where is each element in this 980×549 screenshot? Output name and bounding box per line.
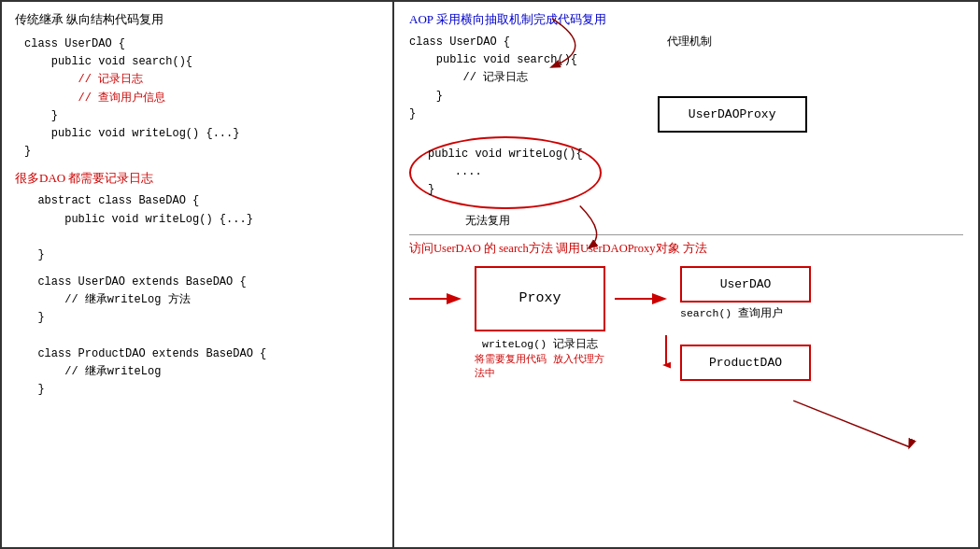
arrow-down-svg	[661, 335, 671, 373]
code-block-2: abstract class BaseDAO { public void wri…	[15, 192, 379, 264]
code-line: }	[24, 309, 379, 327]
code-line: // 继承writeLog 方法	[24, 291, 379, 309]
code-line: public void search(){	[24, 53, 379, 71]
code-line: }	[24, 107, 379, 125]
userdaoproxy-box: UserDAOProxy	[658, 96, 807, 133]
code-line: public void writeLog() {...}	[24, 211, 379, 229]
right-panel: AOP 采用横向抽取机制完成代码复用 class UserDAO { publi…	[394, 2, 978, 547]
code-block-3: class UserDAO extends BaseDAO { // 继承wri…	[15, 274, 379, 399]
code-line: abstract class BaseDAO {	[24, 192, 379, 210]
code-block-1: class UserDAO { public void search(){ //…	[15, 35, 379, 161]
main-container: 传统继承 纵向结构代码复用 class UserDAO { public voi…	[2, 2, 978, 547]
arrow-left-svg	[409, 285, 465, 313]
put-label: 将需要复用代码 放入代理方 法中	[475, 353, 605, 382]
code-line: class UserDAO {	[24, 35, 379, 53]
code-line: }	[24, 143, 379, 161]
no-reuse-label: 无法复用	[465, 213, 602, 229]
code-line: class UserDAO extends BaseDAO {	[24, 274, 379, 291]
ellipse-box: public void writeLog(){ .... }	[409, 136, 602, 209]
code-comment-2: // 查询用户信息	[24, 90, 379, 107]
code-spacer	[24, 328, 379, 345]
userdao-box: UserDAO	[680, 266, 811, 303]
left-title: 传统继承 纵向结构代码复用	[15, 11, 379, 28]
code-comment-1: // 记录日志	[24, 71, 379, 89]
code-line: }	[24, 246, 379, 264]
left-panel: 传统继承 纵向结构代码复用 class UserDAO { public voi…	[2, 2, 394, 547]
code-line: public void writeLog() {...}	[24, 125, 379, 143]
code-line: }	[24, 381, 379, 399]
aop-title: AOP 采用横向抽取机制完成代码复用	[409, 11, 963, 28]
proxy-box: Proxy	[475, 266, 605, 331]
top-right-code: class UserDAO { public void search(){ //…	[409, 34, 602, 123]
code-line	[24, 229, 379, 246]
arrow-right-svg	[615, 285, 671, 313]
code-line: class ProductDAO extends BaseDAO {	[24, 345, 379, 363]
sub-title-left: 很多DAO 都需要记录日志	[15, 170, 379, 187]
search-label: search() 查询用户	[680, 306, 811, 320]
writelog-label: writeLog() 记录日志	[482, 337, 598, 351]
visit-text: 访问UserDAO 的 search方法 调用UserDAOProxy对象 方法	[409, 241, 963, 257]
code-line: // 继承writeLog	[24, 363, 379, 381]
agent-label: 代理机制	[667, 34, 807, 49]
productdao-box: ProductDAO	[680, 345, 811, 381]
